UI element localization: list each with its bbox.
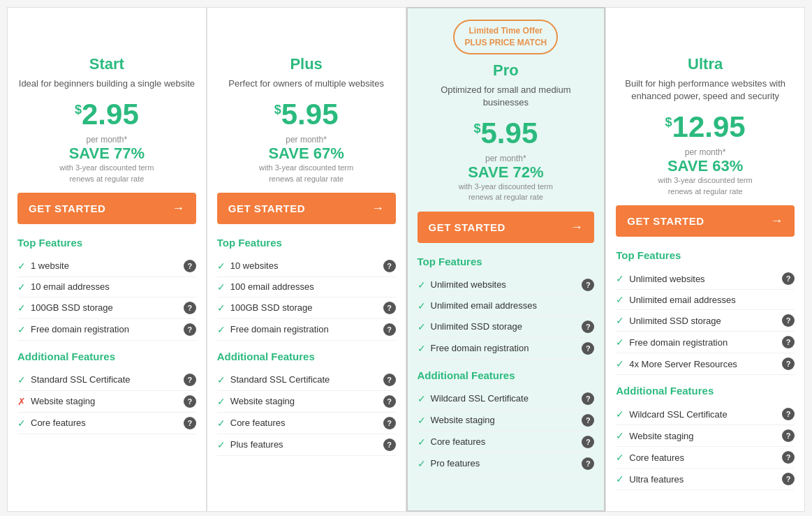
check-icon-plus-add-2: ✓ (217, 418, 226, 429)
info-icon-pro-top-0[interactable]: ? (582, 279, 594, 291)
info-icon-plus-add-0[interactable]: ? (383, 374, 396, 386)
add-feature-label-plus-1: Website staging (230, 396, 295, 406)
top-features-title-start: Top Features (17, 237, 196, 249)
feature-label-start-top-1: 10 email addresses (31, 281, 110, 292)
top-features-list-pro: ✓ Unlimited websites ? ✓ Unlimited email… (418, 274, 595, 360)
additional-feature-item-pro-0: ✓ Wildcard SSL Certificate ? (418, 388, 595, 410)
feature-left-ultra-4: ✓ 4x More Server Resources (616, 358, 737, 369)
arrow-icon-start: → (172, 201, 185, 216)
additional-feature-item-plus-0: ✓ Standard SSL Certificate ? (217, 369, 396, 391)
info-icon-ultra-add-1[interactable]: ? (782, 429, 795, 442)
check-icon-ultra-add-0: ✓ (616, 408, 624, 420)
plan-desc-ultra: Built for high performance websites with… (616, 78, 795, 103)
info-icon-plus-top-0[interactable]: ? (383, 260, 396, 272)
get-started-label-plus: GET STARTED (228, 202, 305, 214)
add-feature-left-plus-3: ✓ Plus features (217, 439, 283, 450)
additional-feature-item-start-2: ✓ Core features ? (17, 413, 196, 434)
info-icon-ultra-add-2[interactable]: ? (782, 451, 795, 464)
feature-left-start-3: ✓ Free domain registration (17, 324, 129, 335)
add-feature-left-start-1: ✗ Website staging (17, 396, 95, 407)
top-feature-item-ultra-4: ✓ 4x More Server Resources ? (616, 353, 795, 375)
top-feature-item-pro-1: ✓ Unlimited email addresses (418, 296, 595, 316)
info-icon-start-top-0[interactable]: ? (184, 260, 196, 272)
feature-label-start-top-3: Free domain registration (31, 324, 129, 334)
info-icon-start-add-2[interactable]: ? (184, 417, 196, 429)
price-currency-start: $ (75, 103, 82, 117)
check-icon-plus-top-2: ✓ (217, 302, 226, 314)
discount-note-pro: with 3-year discounted termrenews at reg… (418, 182, 595, 203)
feature-left-start-2: ✓ 100GB SSD storage (17, 302, 113, 314)
check-icon-plus-top-1: ✓ (217, 281, 226, 293)
check-icon-plus-add-1: ✓ (217, 396, 226, 407)
info-icon-ultra-top-4[interactable]: ? (782, 357, 795, 370)
info-icon-start-add-0[interactable]: ? (184, 374, 196, 386)
info-icon-pro-top-3[interactable]: ? (582, 342, 594, 355)
arrow-icon-pro: → (570, 220, 584, 235)
info-icon-plus-add-2[interactable]: ? (383, 417, 396, 429)
top-features-list-start: ✓ 1 website ? ✓ 10 email addresses ✓ 100… (17, 256, 196, 341)
check-icon-start-add-2: ✓ (17, 418, 26, 429)
check-icon-ultra-top-1: ✓ (616, 294, 624, 305)
x-icon-start-add-1: ✗ (17, 396, 26, 407)
check-icon-start-top-0: ✓ (17, 260, 26, 272)
info-icon-pro-add-0[interactable]: ? (582, 392, 594, 405)
add-feature-left-start-0: ✓ Standard SSL Certificate (17, 374, 131, 385)
price-area-start: $2.95 (17, 100, 196, 129)
info-icon-ultra-top-0[interactable]: ? (782, 272, 795, 285)
get-started-btn-pro[interactable]: GET STARTED → (418, 212, 595, 243)
top-feature-item-start-2: ✓ 100GB SSD storage ? (17, 297, 196, 319)
info-icon-ultra-top-3[interactable]: ? (782, 336, 795, 348)
feature-label-plus-top-2: 100GB SSD storage (230, 302, 313, 313)
add-feature-label-ultra-2: Core features (629, 452, 684, 463)
info-icon-pro-add-3[interactable]: ? (582, 457, 594, 470)
feature-label-start-top-0: 1 website (31, 260, 69, 271)
top-features-list-ultra: ✓ Unlimited websites ? ✓ Unlimited email… (616, 268, 795, 375)
add-feature-label-pro-2: Core features (431, 436, 486, 447)
add-feature-left-ultra-2: ✓ Core features (616, 452, 684, 463)
plan-col-pro: Limited Time Offer PLUS PRICE MATCH ProO… (406, 7, 606, 512)
discount-note-ultra: with 3-year discounted termrenews at reg… (616, 175, 795, 197)
top-features-title-ultra: Top Features (616, 249, 795, 261)
add-feature-left-plus-1: ✓ Website staging (217, 396, 295, 407)
check-icon-pro-top-2: ✓ (418, 321, 426, 332)
price-value-plus: 5.95 (281, 98, 339, 131)
additional-feature-item-plus-1: ✓ Website staging ? (217, 391, 396, 413)
info-icon-ultra-top-2[interactable]: ? (782, 314, 795, 327)
get-started-btn-ultra[interactable]: GET STARTED → (616, 205, 795, 237)
info-icon-start-add-1[interactable]: ? (184, 395, 196, 408)
info-icon-start-top-3[interactable]: ? (184, 323, 196, 336)
info-icon-plus-add-1[interactable]: ? (383, 395, 396, 408)
info-icon-start-top-2[interactable]: ? (184, 302, 196, 314)
additional-feature-item-pro-2: ✓ Core features ? (418, 432, 595, 453)
plan-col-start: StartIdeal for beginners building a sing… (7, 7, 207, 512)
info-icon-ultra-add-3[interactable]: ? (782, 473, 795, 485)
offer-spacer (17, 19, 196, 55)
info-icon-pro-top-2[interactable]: ? (582, 320, 594, 333)
price-period-ultra: per month* (616, 147, 795, 157)
info-icon-plus-top-2[interactable]: ? (383, 302, 396, 314)
plan-name-pro: Pro (418, 61, 595, 80)
info-icon-pro-add-1[interactable]: ? (582, 414, 594, 427)
info-icon-plus-add-3[interactable]: ? (383, 438, 396, 451)
check-icon-start-top-1: ✓ (17, 281, 26, 293)
add-feature-left-ultra-0: ✓ Wildcard SSL Certificate (616, 408, 727, 420)
feature-left-ultra-1: ✓ Unlimited email addresses (616, 294, 735, 305)
top-feature-item-pro-3: ✓ Free domain registration ? (418, 338, 595, 360)
check-icon-pro-top-3: ✓ (418, 343, 426, 354)
info-icon-pro-add-2[interactable]: ? (582, 436, 594, 448)
feature-label-ultra-top-1: Unlimited email addresses (629, 295, 735, 305)
info-icon-ultra-add-0[interactable]: ? (782, 408, 795, 420)
plan-desc-plus: Perfect for owners of multiple websites (217, 78, 396, 90)
get-started-btn-start[interactable]: GET STARTED → (17, 193, 196, 224)
feature-left-start-0: ✓ 1 website (17, 260, 69, 272)
feature-label-plus-top-0: 10 websites (230, 260, 279, 271)
add-feature-left-ultra-3: ✓ Ultra features (616, 473, 684, 485)
check-icon-plus-add-0: ✓ (217, 374, 226, 385)
additional-feature-item-pro-1: ✓ Website staging ? (418, 410, 595, 432)
top-feature-item-start-1: ✓ 10 email addresses (17, 277, 196, 297)
check-icon-pro-add-1: ✓ (418, 415, 426, 426)
price-value-pro: 5.95 (481, 117, 538, 149)
get-started-btn-plus[interactable]: GET STARTED → (217, 193, 396, 224)
additional-feature-item-plus-3: ✓ Plus features ? (217, 434, 396, 456)
info-icon-plus-top-3[interactable]: ? (383, 323, 396, 336)
